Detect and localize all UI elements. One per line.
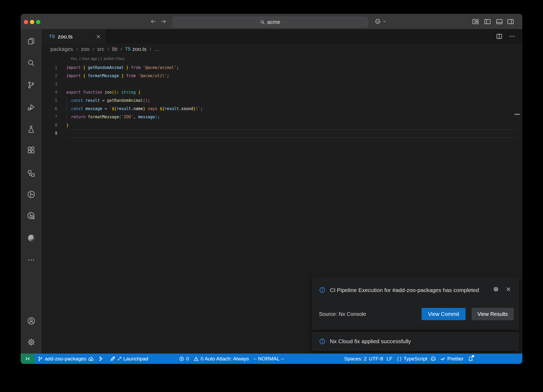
toggle-primary-sidebar-icon[interactable] <box>484 18 491 25</box>
statusbar-problems[interactable]: 0 0 <box>179 354 203 364</box>
sidebar-item-testing[interactable] <box>21 122 42 136</box>
navigate-back-icon[interactable] <box>150 18 156 25</box>
sidebar-item-extensions[interactable] <box>21 143 42 157</box>
statusbar-auto-attach[interactable]: Auto Attach: Always <box>205 354 249 364</box>
extensions-icon <box>27 146 35 154</box>
linked-boxes-icon <box>27 169 35 177</box>
sidebar-item-more[interactable] <box>21 253 42 267</box>
language-label: TypeScript <box>404 356 427 362</box>
more-actions-icon[interactable] <box>509 33 515 40</box>
code-line[interactable]: 4export function zoo(): string { <box>42 88 522 97</box>
commit-graph-icon <box>98 356 103 361</box>
copilot-icon <box>430 356 436 362</box>
sidebar-item-search[interactable] <box>21 56 42 70</box>
statusbar-indentation[interactable]: Spaces: 2 <box>344 354 367 364</box>
sidebar-item-explorer[interactable] <box>21 34 42 48</box>
view-commit-button[interactable]: View Commit <box>422 308 466 320</box>
vim-mode-label: -- NORMAL -- <box>253 356 284 362</box>
navigate-forward-icon[interactable] <box>160 18 167 25</box>
code-line[interactable]: 1import { getRandomAnimal } from '@acme/… <box>42 64 522 72</box>
split-editor-icon[interactable] <box>496 33 503 40</box>
account-icon <box>27 317 36 325</box>
sidebar-item-settings[interactable] <box>21 335 42 349</box>
statusbar-branch[interactable]: add-zoo-packages <box>38 354 94 364</box>
code-line[interactable]: 5 const result = getRandomAnimal(); <box>42 97 522 105</box>
code-line[interactable]: 3 <box>42 80 522 88</box>
copilot-icon <box>374 18 381 25</box>
double-check-icon <box>440 356 446 361</box>
view-results-button[interactable]: View Results <box>472 308 514 320</box>
tab-bar: TS zoo.ts <box>42 29 522 44</box>
explorer-icon <box>27 37 35 45</box>
breadcrumb-item[interactable]: src <box>97 46 104 52</box>
vscode-window: acme TS zoo.ts <box>21 14 522 364</box>
statusbar-copilot[interactable] <box>430 354 436 364</box>
chevron-right-icon: › <box>92 46 94 52</box>
chevron-right-icon: › <box>76 46 78 52</box>
code-line[interactable]: 6 const message = `${result.name} says $… <box>42 105 522 113</box>
sidebar-item-nx-cloud[interactable] <box>21 209 42 223</box>
tab-zoo-ts[interactable]: TS zoo.ts <box>42 29 106 44</box>
statusbar-encoding[interactable]: UTF-8 <box>369 354 383 364</box>
customize-layout-icon[interactable] <box>472 18 479 25</box>
command-center-search[interactable]: acme <box>172 17 368 27</box>
overview-ruler-cursor-marker <box>515 114 520 115</box>
git-branch-icon <box>38 356 43 361</box>
breadcrumb-item[interactable]: lib <box>112 46 117 52</box>
line-number: 9 <box>42 129 57 138</box>
line-number: 2 <box>42 72 57 80</box>
chevron-right-icon: › <box>107 46 109 52</box>
code-line[interactable]: 9 <box>42 129 522 138</box>
formatter-label: Prettier <box>447 356 463 362</box>
close-window-button[interactable] <box>24 20 28 24</box>
statusbar-notifications-bell[interactable] <box>468 354 474 364</box>
sidebar-item-run-debug[interactable] <box>21 100 42 114</box>
sidebar-item-edge-tools[interactable] <box>21 231 42 245</box>
breadcrumb-item[interactable]: packages <box>50 46 73 52</box>
code-line[interactable]: 2import { formatMessage } from '@acme/ut… <box>42 72 522 80</box>
code-line[interactable]: 7 return formatMessage('ZOO', message); <box>42 113 522 121</box>
close-tab-icon[interactable] <box>96 34 101 39</box>
eol-label: LF <box>387 356 392 362</box>
minimize-window-button[interactable] <box>30 20 34 24</box>
statusbar-eol[interactable]: LF <box>387 354 392 364</box>
encoding-label: UTF-8 <box>369 356 383 362</box>
remote-indicator[interactable] <box>21 354 35 364</box>
statusbar-language[interactable]: TypeScript <box>397 354 427 364</box>
sidebar-item-account[interactable] <box>21 314 42 328</box>
breadcrumb: packages› zoo› src› lib› TS zoo.ts› … <box>42 44 522 54</box>
statusbar-vim-mode[interactable]: -- NORMAL -- <box>253 354 284 364</box>
testing-beaker-icon <box>27 125 35 133</box>
notification-message: CI Pipeline Execution for #add-zoo-packa… <box>330 285 484 295</box>
breadcrumb-overflow[interactable]: … <box>154 46 160 52</box>
notification-settings-gear-icon[interactable] <box>493 286 499 292</box>
breadcrumb-item[interactable]: zoo <box>81 46 89 52</box>
sidebar-item-nx-console[interactable] <box>21 188 42 201</box>
tab-label: zoo.ts <box>58 33 73 40</box>
line-number: 5 <box>42 97 57 105</box>
code-lines[interactable]: 1import { getRandomAnimal } from '@acme/… <box>42 64 522 138</box>
statusbar-launchpad[interactable]: Launchpad <box>110 354 148 364</box>
circle-fork-search-icon <box>27 211 36 220</box>
statusbar-commit-graph[interactable] <box>98 354 103 364</box>
notification-source: Source: Nx Console <box>319 311 366 317</box>
sidebar-item-source-control[interactable] <box>21 78 42 92</box>
circle-fork-icon <box>27 190 36 199</box>
toggle-secondary-sidebar-icon[interactable] <box>507 18 514 25</box>
notification-close-icon[interactable] <box>505 286 511 292</box>
sidebar-item-project-boxes[interactable] <box>21 166 42 180</box>
search-icon <box>260 20 265 25</box>
search-value: acme <box>267 19 280 25</box>
line-number: 8 <box>42 121 57 129</box>
launchpad-label: Launchpad <box>123 356 148 362</box>
notification-message: Nx Cloud fix applied successfully <box>330 338 411 345</box>
breadcrumb-item-file[interactable]: zoo.ts <box>132 46 146 52</box>
rocket-icon <box>110 356 116 362</box>
statusbar-formatter[interactable]: Prettier <box>440 354 463 364</box>
copilot-menu-button[interactable] <box>374 18 387 25</box>
error-count: 0 <box>186 356 189 362</box>
git-blame-annotation: You, 1 hour ago | 1 author (You) <box>70 56 124 61</box>
code-line[interactable]: 8} <box>42 121 522 129</box>
toggle-panel-icon[interactable] <box>496 18 503 25</box>
maximize-window-button[interactable] <box>36 20 40 24</box>
